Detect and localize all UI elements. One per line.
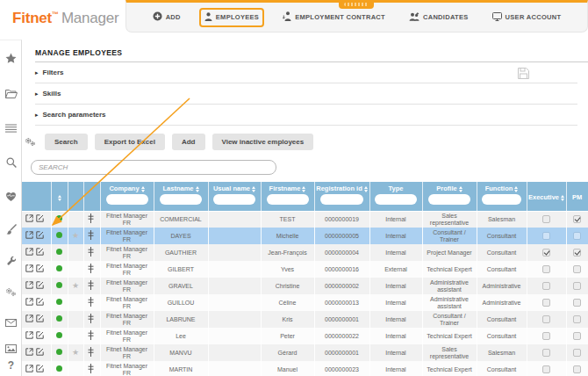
edit-record-icon[interactable] (36, 298, 44, 307)
photo-icon[interactable] (0, 340, 22, 356)
pm-checkbox[interactable] (573, 215, 581, 223)
executive-checkbox[interactable] (542, 315, 550, 323)
org-chart-icon[interactable] (88, 230, 94, 242)
sort-icon[interactable] (459, 186, 463, 192)
edit-record-icon[interactable] (36, 331, 44, 341)
edit-record-icon[interactable] (36, 231, 44, 241)
table-row[interactable]: ★Fitnet Manager FRDAYESMichelle000000000… (22, 228, 588, 244)
column-header-company[interactable]: Company (100, 182, 154, 211)
nav-item-employees[interactable]: EMPLOYEES (199, 8, 264, 27)
accordion-skills[interactable]: ▸ Skills (35, 83, 577, 105)
star-icon[interactable] (0, 50, 22, 66)
edit-record-icon[interactable] (36, 281, 44, 291)
executive-checkbox[interactable] (542, 249, 550, 257)
column-header-registration_id[interactable]: Registration id (314, 182, 369, 211)
nav-item-employment-contract[interactable]: EMPLOYMENT CONTRACT (277, 7, 391, 27)
sort-icon[interactable] (252, 186, 255, 192)
open-record-icon[interactable] (25, 331, 33, 341)
pm-checkbox[interactable] (573, 232, 581, 240)
edit-record-icon[interactable] (36, 214, 44, 224)
executive-checkbox[interactable] (542, 349, 550, 357)
pm-checkbox[interactable] (573, 349, 581, 357)
favorite-star-icon[interactable]: ★ (72, 348, 79, 357)
open-record-icon[interactable] (25, 315, 33, 324)
edit-record-icon[interactable] (36, 348, 44, 358)
pm-checkbox[interactable] (573, 265, 581, 273)
gears-icon[interactable] (0, 284, 22, 300)
filter-input-company[interactable] (106, 194, 148, 205)
org-chart-icon[interactable] (88, 280, 94, 292)
view-inactive-employees-button[interactable]: View inactive employees (212, 134, 314, 150)
edit-record-icon[interactable] (36, 365, 44, 374)
org-chart-icon[interactable] (88, 330, 94, 342)
open-record-icon[interactable] (25, 231, 33, 241)
column-header-profile[interactable]: Profile (422, 182, 477, 211)
sort-icon[interactable] (141, 186, 145, 192)
sort-icon[interactable] (364, 186, 368, 192)
sort-icon[interactable] (514, 186, 518, 192)
executive-checkbox[interactable] (542, 299, 550, 307)
nav-item-user-account[interactable]: USER ACCOUNT (487, 8, 567, 27)
open-record-icon[interactable] (25, 348, 33, 358)
folder-icon[interactable] (0, 85, 22, 101)
table-row[interactable]: Fitnet Manager FRCOMMERCIALTEST000000001… (22, 211, 588, 228)
sort-icon[interactable] (196, 186, 199, 192)
nav-item-candidates[interactable]: CANDIDATES (404, 8, 474, 27)
column-header-firstname[interactable]: Firstname (261, 182, 314, 211)
edit-record-icon[interactable] (36, 315, 44, 324)
settings-gears-icon[interactable] (25, 134, 36, 150)
search-input[interactable] (31, 160, 276, 175)
executive-checkbox[interactable] (542, 215, 550, 223)
favorite-star-icon[interactable]: ★ (72, 231, 79, 240)
accordion-filters[interactable]: ▸ Filters (35, 62, 577, 83)
table-row[interactable]: Fitnet Manager FRGILBERTYves0000000016Ex… (22, 261, 588, 278)
edit-record-icon[interactable] (36, 264, 44, 274)
mail-icon[interactable] (0, 315, 22, 330)
sort-icon[interactable] (58, 195, 61, 201)
nav-drag-handle[interactable] (339, 0, 374, 9)
filter-input-usual_name[interactable] (213, 194, 255, 205)
open-record-icon[interactable] (25, 264, 33, 274)
open-record-icon[interactable] (25, 298, 33, 307)
open-record-icon[interactable] (25, 365, 33, 374)
org-chart-icon[interactable] (88, 297, 94, 308)
brush-icon[interactable] (0, 221, 22, 236)
favorite-star-icon[interactable]: ★ (72, 281, 79, 290)
table-row[interactable]: Fitnet Manager FRLABRUNEKris0000000001In… (22, 311, 588, 328)
org-chart-icon[interactable] (88, 364, 94, 375)
org-chart-icon[interactable] (88, 247, 94, 258)
table-row[interactable]: Fitnet Manager FRMARTINManuel0000000023I… (22, 361, 588, 376)
column-header-function[interactable]: Function (477, 182, 527, 211)
pm-checkbox[interactable] (573, 365, 581, 373)
pm-checkbox[interactable] (573, 315, 581, 323)
open-record-icon[interactable] (25, 248, 33, 257)
add-button[interactable]: Add (172, 134, 205, 150)
filter-input-registration_id[interactable] (320, 194, 364, 205)
org-chart-icon[interactable] (88, 314, 94, 325)
filter-input-type[interactable] (375, 194, 416, 205)
pm-checkbox[interactable] (573, 282, 581, 290)
save-filters-icon[interactable] (518, 67, 529, 83)
table-row[interactable]: Fitnet Manager FRLeePeter0000000022Inter… (22, 328, 588, 344)
search-button[interactable]: Search (45, 134, 88, 150)
table-row[interactable]: Fitnet Manager FRGAUTHIERJean-François00… (22, 244, 588, 261)
table-row[interactable]: Fitnet Manager FRGUILLOUCéline0000000013… (22, 294, 588, 311)
executive-checkbox[interactable] (542, 265, 550, 273)
filter-input-firstname[interactable] (267, 194, 309, 205)
list-icon[interactable] (0, 119, 22, 135)
export-to-excel-button[interactable]: Export to Excel (95, 134, 165, 150)
org-chart-icon[interactable] (88, 264, 94, 275)
open-record-icon[interactable] (25, 281, 33, 291)
pm-checkbox[interactable] (573, 249, 581, 257)
executive-checkbox[interactable] (542, 282, 550, 290)
wrench-icon[interactable] (0, 252, 22, 268)
filter-input-profile[interactable] (428, 194, 471, 205)
column-header-usual_name[interactable]: Usual name (208, 182, 261, 211)
filter-input-function[interactable] (482, 194, 521, 205)
help-icon[interactable]: ? (0, 359, 22, 372)
pm-checkbox[interactable] (573, 332, 581, 340)
open-record-icon[interactable] (25, 214, 33, 224)
column-header-status[interactable] (51, 182, 68, 211)
column-header-lastname[interactable]: Lastname (154, 182, 208, 211)
accordion-search-parameters[interactable]: ▸ Search parameters (35, 105, 577, 126)
